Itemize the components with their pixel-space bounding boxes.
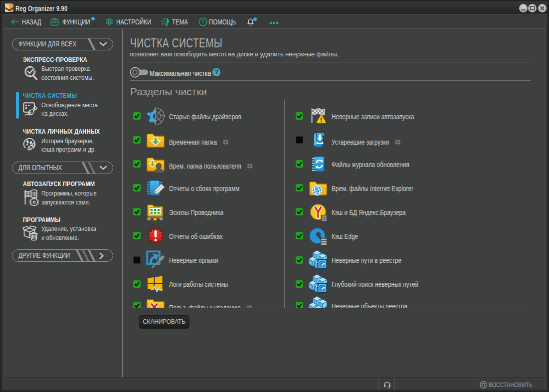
- svg-text:?: ?: [201, 19, 204, 25]
